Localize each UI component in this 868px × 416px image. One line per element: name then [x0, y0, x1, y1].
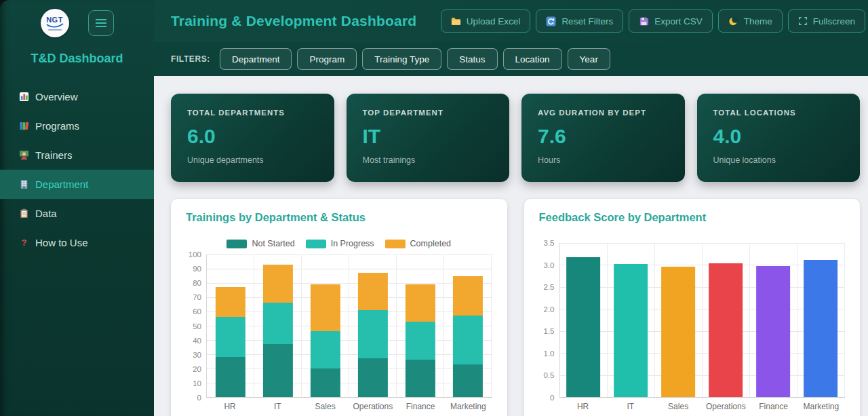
bar [756, 266, 790, 397]
button-label: Reset Filters [561, 16, 613, 26]
bar-slot [207, 254, 254, 397]
kpi-value: IT [363, 125, 494, 148]
ngt-logo: NGT [41, 9, 69, 37]
sidebar-nav: Overview Programs Trainers Department [0, 82, 154, 257]
legend-item[interactable]: Completed [385, 239, 451, 248]
y-tick-label: 70 [193, 293, 201, 301]
bar-slot [703, 243, 750, 397]
bar-segment [263, 344, 293, 397]
bar-chart-icon [18, 92, 29, 102]
x-axis-label: Marketing [797, 402, 845, 411]
bar-segment [453, 316, 483, 364]
kpi-value: 6.0 [187, 125, 318, 148]
top-header: Training & Development Dashboard Upload … [154, 0, 868, 42]
button-label: Fullscreen [813, 16, 855, 26]
bar-segment [263, 303, 293, 344]
reset-filters-button[interactable]: Reset Filters [536, 10, 623, 33]
bar [614, 264, 648, 397]
legend-item[interactable]: Not Started [226, 239, 294, 248]
bar-segment [263, 265, 293, 303]
question-icon: ? [18, 238, 29, 248]
y-tick-label: 0 [550, 394, 554, 402]
legend-item[interactable]: In Progress [306, 239, 374, 248]
hamburger-icon [95, 18, 107, 28]
button-label: Export CSV [654, 16, 703, 26]
bar [804, 260, 838, 397]
filters-label: FILTERS: [171, 54, 210, 64]
bar-segment [406, 322, 435, 360]
floppy-disk-icon [639, 16, 649, 26]
kpi-label: TOTAL DEPARTMENTS [187, 109, 318, 117]
x-axis-label: Finance [750, 402, 797, 411]
bar-slot [797, 243, 845, 397]
export-csv-button[interactable]: Export CSV [629, 10, 713, 33]
kpi-subtitle: Unique departments [187, 155, 318, 165]
reset-icon [546, 16, 556, 26]
brand-title: T&D Dashboard [0, 40, 154, 82]
legend-swatch [226, 240, 247, 248]
bar [453, 276, 483, 397]
filter-pill-training-type[interactable]: Training Type [362, 48, 441, 70]
x-axis-label: Marketing [444, 402, 492, 411]
bar-segment [311, 331, 340, 368]
bar-segment [566, 257, 600, 397]
bar [311, 284, 340, 397]
bar-segment [311, 368, 340, 397]
theme-button[interactable]: Theme [718, 10, 783, 33]
filter-pill-department[interactable]: Department [220, 48, 292, 70]
sidebar-item-trainers[interactable]: Trainers [0, 140, 154, 170]
legend-label: Completed [410, 239, 451, 248]
y-tick-label: 50 [193, 322, 201, 330]
bar-segment [215, 357, 245, 397]
y-tick-label: 40 [193, 337, 201, 345]
y-axis: 1009080706050403020100 [186, 254, 206, 398]
bar-slot [397, 254, 444, 397]
button-label: Upload Excel [467, 16, 521, 26]
bar-slot [750, 243, 797, 397]
plot-area [206, 254, 492, 398]
kpi-value: 4.0 [713, 125, 844, 148]
filter-pill-year[interactable]: Year [568, 48, 610, 70]
sidebar-item-label: Trainers [35, 149, 72, 161]
bar-segment [215, 287, 245, 317]
app-window: NGT T&D Dashboard Overview Programs [0, 0, 868, 416]
sidebar-item-overview[interactable]: Overview [0, 82, 154, 111]
y-tick-label: 2.5 [544, 283, 555, 291]
plot-area [559, 243, 846, 398]
bar-segment [453, 276, 483, 316]
y-tick-label: 3.5 [544, 239, 555, 247]
content-area: TOTAL DEPARTMENTS 6.0 Unique departments… [154, 76, 868, 416]
logo-tagline [48, 29, 62, 31]
bar-segment [358, 358, 388, 397]
bar-slot [302, 254, 349, 397]
building-icon [18, 179, 29, 190]
filter-pill-location[interactable]: Location [503, 48, 562, 70]
filter-pill-status[interactable]: Status [447, 48, 497, 70]
x-axis-label: Operations [702, 402, 749, 411]
chart-title: Trainings by Department & Status [186, 211, 492, 224]
filter-bar: FILTERS: Department Program Training Typ… [154, 42, 868, 76]
x-axis-label: HR [559, 402, 607, 411]
kpi-grid: TOTAL DEPARTMENTS 6.0 Unique departments… [171, 94, 860, 182]
sidebar-item-how-to-use[interactable]: ? How to Use [0, 228, 154, 257]
kpi-card-total-locations: TOTAL LOCATIONS 4.0 Unique locations [697, 94, 861, 182]
bar-segment [406, 284, 435, 322]
y-tick-label: 60 [193, 307, 201, 316]
legend-label: Not Started [252, 239, 294, 248]
kpi-subtitle: Hours [538, 155, 669, 165]
legend-swatch [385, 240, 406, 248]
sidebar-item-department[interactable]: Department [0, 170, 154, 199]
sidebar-item-label: Overview [35, 91, 78, 102]
y-tick-label: 90 [193, 265, 201, 273]
y-tick-label: 1.0 [544, 349, 555, 358]
sidebar-toggle-button[interactable] [88, 10, 114, 36]
chart-area: 3.53.02.52.01.51.00.50 HRITSalesOperatio… [539, 243, 846, 411]
fullscreen-button[interactable]: Fullscreen [788, 10, 865, 33]
bar [215, 287, 245, 397]
sidebar-item-data[interactable]: Data [0, 199, 154, 228]
sidebar-item-programs[interactable]: Programs [0, 111, 154, 140]
filter-pill-program[interactable]: Program [297, 48, 357, 70]
upload-excel-button[interactable]: Upload Excel [441, 10, 531, 33]
x-axis-label: HR [206, 402, 254, 411]
bar-segment [406, 360, 435, 397]
